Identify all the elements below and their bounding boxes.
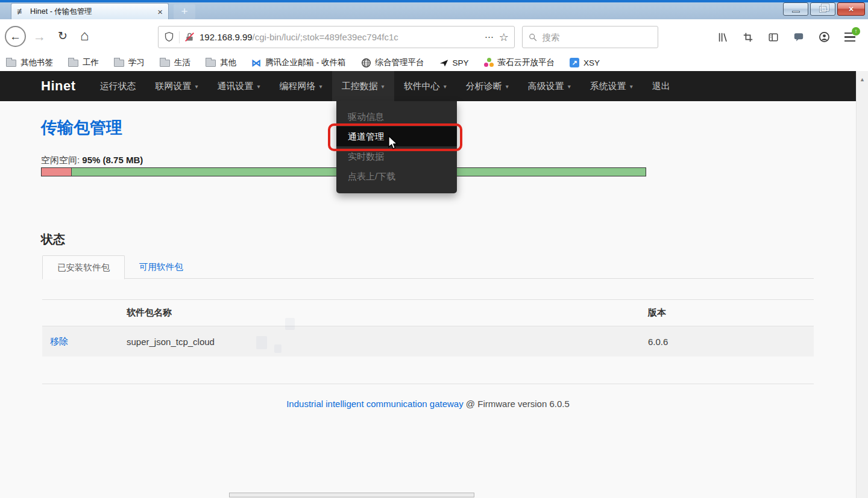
url-host: 192.168.9.99: [200, 32, 253, 42]
table-row: 移除 super_json_tcp_cloud 6.0.6: [42, 326, 814, 356]
section-divider: [42, 384, 814, 384]
horizontal-scrollbar-thumb[interactable]: [229, 493, 474, 497]
caret-down-icon: ▾: [382, 83, 385, 90]
package-name-cell: super_json_tcp_cloud: [127, 337, 648, 347]
bookmark-label: XSY: [583, 58, 600, 67]
remove-link[interactable]: 移除: [50, 336, 68, 346]
nav-label: 运行状态: [100, 81, 136, 92]
firmware-version-text: @ Firmware version 6.0.5: [464, 399, 570, 409]
nav-item-industrial-data[interactable]: 工控数据▾: [332, 71, 394, 101]
nav-item-running-status[interactable]: 运行状态: [90, 71, 146, 101]
header-package-name: 软件包名称: [127, 307, 648, 319]
menu-hamburger-icon[interactable]: ↑: [844, 33, 855, 42]
ezviz-icon: [484, 58, 494, 67]
address-bar[interactable]: 192.168.9.99/cgi-bin/luci/;stok=489fe39e…: [158, 26, 515, 48]
globe-icon: [361, 58, 371, 68]
tab-favicon-icon: ≢: [17, 7, 25, 16]
window-controls: ×: [783, 2, 865, 16]
search-input[interactable]: [542, 33, 652, 42]
close-button[interactable]: ×: [837, 2, 865, 16]
back-button[interactable]: ←: [5, 26, 26, 47]
bookmark-label: 其他: [220, 57, 236, 68]
tab-close-icon[interactable]: ×: [157, 7, 163, 17]
menu-item-point-table-transfer[interactable]: 点表上/下载: [336, 166, 457, 186]
bookmark-ezviz[interactable]: 萤石云开放平台: [484, 57, 555, 68]
nav-item-system-settings[interactable]: 系统设置▾: [580, 71, 643, 101]
tracking-shield-icon[interactable]: [164, 32, 174, 42]
library-icon[interactable]: [717, 32, 728, 43]
free-space-text: 空闲空间: 95% (8.75 MB): [41, 155, 143, 166]
home-button[interactable]: ⌂: [80, 27, 89, 44]
bookmark-mgmt-platform[interactable]: 综合管理平台: [361, 57, 424, 68]
folder-icon: [160, 60, 170, 67]
update-badge: ↑: [852, 27, 860, 36]
tab-available-packages[interactable]: 可用软件包: [139, 261, 183, 273]
nav-label: 系统设置: [590, 81, 626, 92]
new-tab-button[interactable]: +: [174, 4, 195, 19]
bookmark-folder-misc[interactable]: 其他: [206, 57, 236, 68]
nav-item-comm-settings[interactable]: 通讯设置▾: [208, 71, 270, 101]
caret-down-icon: ▾: [444, 83, 447, 90]
watermark: [256, 318, 304, 357]
xsy-icon: ↗: [570, 58, 579, 67]
header-version: 版本: [648, 307, 814, 319]
caret-down-icon: ▾: [630, 83, 633, 90]
gateway-link[interactable]: Industrial intelligent communication gat…: [286, 399, 464, 409]
minimize-icon: [792, 11, 800, 13]
nav-label: 分析诊断: [466, 81, 502, 92]
bookmarks-bar: 其他书签 工作 学习 生活 其他 ⋈腾讯企业邮箱 - 收件箱 综合管理平台 SP…: [0, 54, 868, 71]
bookmark-folder-work[interactable]: 工作: [68, 57, 99, 68]
status-heading: 状态: [41, 231, 65, 247]
bookmark-label: 综合管理平台: [376, 57, 424, 68]
url-path: /cgi-bin/luci/;stok=489fe39ec794fc1c: [253, 32, 398, 42]
bookmark-label: 工作: [83, 57, 99, 68]
vertical-scrollbar[interactable]: ▲: [856, 71, 868, 498]
scroll-up-arrow-icon[interactable]: ▲: [857, 76, 868, 82]
screenshot-icon[interactable]: [743, 32, 753, 43]
account-icon[interactable]: [819, 31, 830, 43]
package-version-cell: 6.0.6: [648, 337, 814, 347]
bookmark-spy[interactable]: SPY: [439, 58, 469, 67]
nav-label: 软件中心: [404, 81, 440, 92]
bookmark-label: 萤石云开放平台: [498, 57, 555, 68]
bookmark-folder-other-bookmarks[interactable]: 其他书签: [6, 57, 53, 68]
restore-button[interactable]: [810, 2, 835, 16]
bookmark-exmail[interactable]: ⋈腾讯企业邮箱 - 收件箱: [251, 57, 346, 69]
caret-down-icon: ▾: [195, 83, 198, 90]
browser-tab[interactable]: ≢ Hinet - 传输包管理 ×: [11, 3, 169, 19]
toolbar-icons: ↑: [717, 26, 855, 48]
app-logo[interactable]: Hinet: [41, 78, 76, 94]
nav-label: 退出: [652, 81, 670, 92]
folder-icon: [6, 60, 16, 67]
nav-item-logout[interactable]: 退出: [643, 71, 680, 101]
search-bar[interactable]: [522, 26, 658, 48]
nav-item-software-center[interactable]: 软件中心▾: [394, 71, 456, 101]
bookmark-xsy[interactable]: ↗XSY: [570, 58, 600, 67]
nav-label: 编程网络: [280, 81, 316, 92]
nav-item-network-settings[interactable]: 联网设置▾: [146, 71, 208, 101]
caret-down-icon: ▾: [319, 83, 322, 90]
bookmark-label: 生活: [174, 57, 190, 68]
reload-button[interactable]: ↻: [58, 29, 68, 43]
bookmark-folder-study[interactable]: 学习: [114, 57, 145, 68]
tab-installed-packages[interactable]: 已安装软件包: [42, 255, 125, 279]
chat-bubble-icon[interactable]: [793, 32, 804, 43]
minimize-button[interactable]: [783, 2, 808, 16]
folder-icon: [206, 60, 216, 67]
page-actions-icon[interactable]: ⋯: [485, 32, 494, 43]
nav-item-programming-network[interactable]: 编程网络▾: [270, 71, 332, 101]
nav-item-advanced-settings[interactable]: 高级设置▾: [518, 71, 580, 101]
bookmark-folder-life[interactable]: 生活: [160, 57, 190, 68]
page-footer: Industrial intelligent communication gat…: [0, 399, 856, 409]
nav-item-analysis-diagnosis[interactable]: 分析诊断▾: [456, 71, 518, 101]
close-icon: ×: [849, 5, 854, 13]
insecure-lock-icon[interactable]: [184, 32, 195, 42]
url-text[interactable]: 192.168.9.99/cgi-bin/luci/;stok=489fe39e…: [200, 32, 480, 42]
app-navbar: Hinet 运行状态 联网设置▾ 通讯设置▾ 编程网络▾ 工控数据▾ 软件中心▾…: [0, 71, 856, 101]
bookmark-label: 腾讯企业邮箱 - 收件箱: [265, 57, 346, 68]
bookmark-star-icon[interactable]: ☆: [499, 31, 509, 44]
folder-icon: [68, 60, 78, 67]
sidebar-icon[interactable]: [768, 32, 779, 43]
bookmark-label: SPY: [453, 58, 469, 67]
forward-button[interactable]: →: [33, 30, 46, 44]
